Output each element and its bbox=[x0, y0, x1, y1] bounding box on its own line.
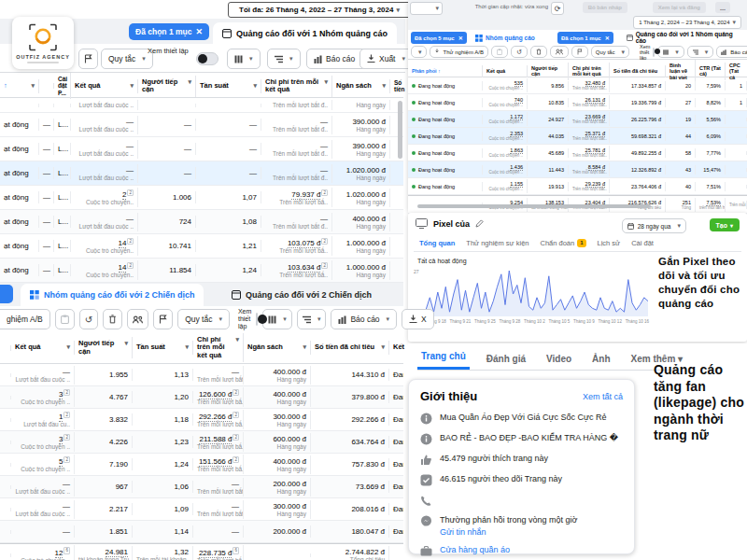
ad-row[interactable]: ạt động—L...—Lượt bắt đầu cuộc ..———Trên… bbox=[0, 161, 403, 186]
header-reach[interactable]: Người tiếp cận bbox=[528, 63, 569, 80]
adset-row[interactable]: 12Lượt bắt đầu cu..3.8321,18292.266 đ2Tr… bbox=[0, 409, 403, 431]
header-mini[interactable] bbox=[39, 83, 54, 89]
view-setup-toggle[interactable] bbox=[256, 313, 258, 326]
header-cpc[interactable]: CPC (Tất cả bbox=[726, 60, 747, 83]
header-spent-cut[interactable]: Số tiền bbox=[390, 77, 403, 96]
breakdown-button[interactable]: ▾ bbox=[297, 309, 327, 329]
header-ctr[interactable]: CTR (Tất cả) bbox=[696, 63, 726, 80]
header-caidat[interactable]: Cài đặt P... bbox=[54, 73, 71, 99]
columns-button[interactable]: ▾ bbox=[657, 46, 684, 58]
assign-button[interactable] bbox=[550, 46, 569, 58]
view-setup-toggle[interactable] bbox=[653, 48, 655, 57]
fb-tab-2[interactable]: Đánh giá bbox=[483, 348, 529, 370]
assign-button[interactable] bbox=[127, 309, 148, 329]
adset-row[interactable]: —Lượt bắt đầu cuộc ..2.2171,09—Trên mỗi … bbox=[0, 498, 403, 521]
ad-row[interactable]: Đang hoạt động535Cuộc trò chuyện ..9.856… bbox=[408, 77, 747, 94]
pixel-tab-3[interactable]: Chẩn đoán1 bbox=[534, 235, 591, 251]
ad-row[interactable]: ạt động—L...142Cuộc trò chuyện..11.8541,… bbox=[0, 259, 403, 283]
close-icon[interactable]: ✕ bbox=[605, 35, 610, 41]
selected-items-chip[interactable]: Đã chọn 1 mục ✕ bbox=[129, 23, 209, 40]
header-spent[interactable]: Số tiền đã chi tiêu▾ bbox=[311, 341, 389, 355]
tab-ads-level[interactable]: Quảng cáo đối với 1 Nhóm quảng cáo bbox=[213, 22, 397, 44]
header-ketqua[interactable]: Kết quả▾ bbox=[71, 79, 138, 93]
ad-row[interactable]: ạt động—L...—Lượt bắt đầu cuộc ..———Trên… bbox=[0, 113, 403, 137]
ad-row[interactable]: Lượt bắt đầu cuộc ..Trên mỗi lượt bắt đ.… bbox=[0, 98, 403, 113]
ad-row[interactable]: Đang hoạt động1.436Cuộc trò chuyện ..11.… bbox=[408, 161, 747, 178]
ad-row[interactable]: ạt động—L...—Lượt bắt đầu cuộc ..———Trên… bbox=[0, 137, 403, 161]
header-comments[interactable]: Bình luận về bài viết bbox=[666, 60, 696, 83]
ad-row[interactable]: Đang hoạt động2.353Cuộc trò chuyện ..44.… bbox=[408, 128, 747, 145]
header-freq[interactable]: Tần suất▾ bbox=[133, 341, 193, 355]
header-sort[interactable]: ↑▾ bbox=[0, 79, 39, 93]
fb-tab-4[interactable]: Ảnh bbox=[588, 348, 613, 370]
campaign-tab-fragment[interactable] bbox=[0, 285, 13, 303]
delete-button[interactable] bbox=[530, 46, 547, 58]
close-icon[interactable]: ✕ bbox=[195, 27, 203, 36]
header-spent[interactable]: Số tiền đã chi tiêu bbox=[610, 65, 666, 77]
ad-row[interactable]: Đang hoạt động1.155Cuộc trò chuyện ..19.… bbox=[408, 178, 747, 195]
breakdown-button[interactable]: ▾ bbox=[267, 49, 301, 69]
fb-tab-1[interactable]: Trang chủ bbox=[417, 345, 470, 370]
flag-button[interactable] bbox=[153, 309, 173, 329]
refresh-button[interactable]: ⟳ bbox=[551, 2, 564, 15]
header-ket-cut[interactable]: Kết bbox=[389, 341, 403, 355]
send-message-link[interactable]: Gửi tin nhắn bbox=[440, 527, 577, 537]
columns-button[interactable]: ▾ bbox=[227, 49, 261, 69]
columns-button[interactable]: ▾ bbox=[262, 309, 292, 329]
header-reach[interactable]: Người tiếp cận▾ bbox=[138, 76, 196, 97]
header-budget[interactable]: Ngân sách▾ bbox=[244, 341, 311, 355]
undo-button[interactable]: ↺ bbox=[511, 46, 528, 58]
ad-row[interactable]: Đang hoạt động740Cuộc trò chuyện ..10.83… bbox=[408, 94, 747, 111]
horizontal-scrollbar[interactable] bbox=[417, 204, 651, 208]
tab-adsets[interactable]: Nhóm quảng cáo bbox=[475, 31, 535, 45]
breakdown-button[interactable]: ▾ bbox=[687, 46, 714, 58]
header-cpr[interactable]: Chi phí trên mỗi kết quả▾ bbox=[193, 333, 244, 363]
ad-row[interactable]: Đang hoạt động1.172Cuộc trò chuyện ..24.… bbox=[408, 111, 747, 128]
selected-5-chip[interactable]: Đã chọn 5 mục✕ bbox=[411, 32, 467, 44]
header-budget[interactable]: Ngân sách▾ bbox=[332, 79, 390, 93]
header-delivery[interactable]: Phân phối ↑ bbox=[408, 65, 483, 77]
pixel-tab-4[interactable]: Lịch sử bbox=[592, 235, 627, 251]
tab-adsets-d[interactable]: Nhóm quảng cáo đối với 2 Chiến dịch bbox=[21, 284, 204, 306]
date-range-filter[interactable]: Tối đa: 26 Tháng 4, 2022 – 27 Tháng 3, 2… bbox=[228, 2, 411, 18]
fb-tab-3[interactable]: Video bbox=[543, 348, 575, 370]
tab-ads-d[interactable]: Quảng cáo đối với 2 Chiến dịch bbox=[222, 284, 381, 306]
view-setup-toggle[interactable] bbox=[196, 52, 218, 65]
pixel-tab-2[interactable]: Thử nghiệm sự kiện bbox=[460, 235, 534, 251]
ad-row[interactable]: ạt động—L...142Cuộc trò chuyện..10.7411,… bbox=[0, 234, 403, 259]
dropdown-button[interactable]: ▾ bbox=[411, 46, 427, 58]
delete-button[interactable] bbox=[103, 309, 122, 329]
header-cpr[interactable]: Chi phí trên mỗi kết quả▾ bbox=[261, 76, 332, 97]
adset-row[interactable]: 32Cuộc trò chuyện ..4.7671,20126.600 đ2T… bbox=[0, 386, 403, 409]
date-range-filter-b[interactable]: 1 Tháng 2, 2024 – 23 Tháng 4, 2024 ▾ bbox=[633, 16, 741, 29]
see-all-link[interactable]: Xem tất cả bbox=[583, 392, 623, 401]
pixel-tab-5[interactable]: Cài đặt bbox=[626, 235, 659, 251]
discard-draft-button[interactable]: Bỏ bản nháp bbox=[583, 2, 627, 13]
duplicate-button[interactable] bbox=[491, 46, 508, 58]
header-mini[interactable] bbox=[0, 345, 11, 351]
pixel-date-filter[interactable]: 28 ngày qua ▾ bbox=[622, 218, 686, 233]
header-ketqua[interactable]: Kết quả▾ bbox=[11, 341, 75, 355]
ad-row[interactable]: Đang hoạt động1.863Cuộc trò chuyện ..45.… bbox=[408, 145, 747, 161]
header-freq[interactable]: Tần suất▾ bbox=[196, 79, 261, 93]
review-publish-button[interactable]: Xem lại và đăng bbox=[653, 2, 706, 13]
header-cpr[interactable]: Chi phí trên mỗi kết quả bbox=[569, 63, 610, 80]
rules-button[interactable]: Quy tắc▾ bbox=[591, 46, 629, 58]
filter-dropdown-fragment[interactable]: ▾ bbox=[410, 2, 443, 15]
flag-button[interactable] bbox=[571, 46, 588, 58]
selected-1-chip[interactable]: Đã chọn 1 mục✕ bbox=[557, 32, 613, 44]
reports-button[interactable]: Báo cáo▾ bbox=[716, 46, 747, 58]
close-icon[interactable]: ✕ bbox=[458, 35, 463, 41]
create-button[interactable]: Tạo ▾ bbox=[710, 218, 740, 231]
adset-row[interactable]: —Lượt bắt đầu cuộc ..9671,06—Trên mỗi lư… bbox=[0, 476, 403, 498]
ab-test-button[interactable]: Thử nghiệm A/B bbox=[430, 46, 488, 58]
pencil-icon[interactable] bbox=[475, 219, 484, 228]
ad-row[interactable]: ạt động—L...22Cuộc trò chuyện..1.0061,07… bbox=[0, 186, 403, 210]
export-button[interactable]: Xuất ▾ bbox=[359, 49, 413, 69]
export-button[interactable]: X bbox=[402, 309, 434, 329]
duplicate-button[interactable] bbox=[55, 309, 75, 329]
vertical-scrollbar[interactable] bbox=[398, 101, 402, 159]
ab-test-button-cut[interactable]: ghiệm A/B bbox=[0, 309, 50, 329]
pixel-tab-1[interactable]: Tổng quan bbox=[414, 235, 460, 251]
more-options-button[interactable]: ... bbox=[715, 2, 730, 13]
